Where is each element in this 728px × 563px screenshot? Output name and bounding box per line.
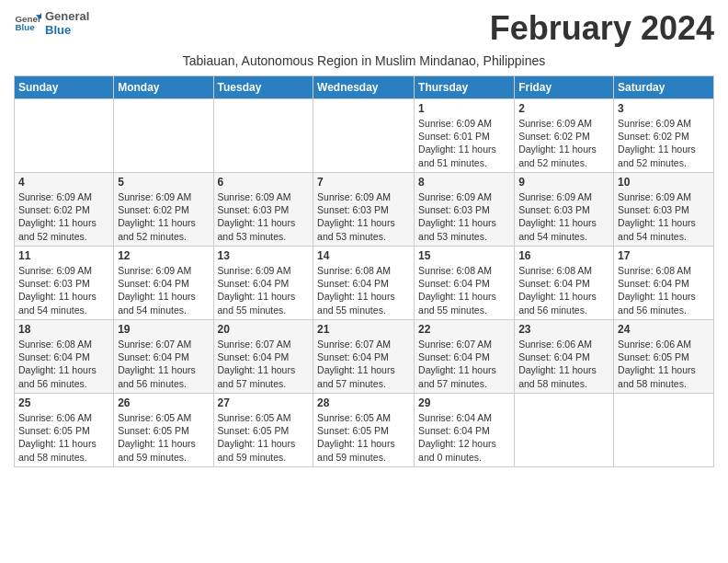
day-info: Sunrise: 6:07 AM Sunset: 6:04 PM Dayligh…: [418, 338, 510, 390]
day-number: 1: [418, 102, 510, 115]
day-info: Sunrise: 6:06 AM Sunset: 6:04 PM Dayligh…: [518, 338, 609, 390]
calendar-cell: 26Sunrise: 6:05 AM Sunset: 6:05 PM Dayli…: [114, 394, 213, 467]
logo: General Blue General Blue: [14, 9, 89, 37]
calendar-cell: 10Sunrise: 6:09 AM Sunset: 6:03 PM Dayli…: [614, 173, 714, 247]
subtitle: Tabiauan, Autonomous Region in Muslim Mi…: [14, 53, 714, 68]
day-info: Sunrise: 6:08 AM Sunset: 6:04 PM Dayligh…: [317, 264, 410, 316]
calendar-cell: 8Sunrise: 6:09 AM Sunset: 6:03 PM Daylig…: [415, 173, 515, 247]
day-number: 2: [518, 102, 609, 115]
day-number: 15: [418, 249, 510, 262]
calendar-cell: 2Sunrise: 6:09 AM Sunset: 6:02 PM Daylig…: [515, 99, 614, 173]
day-info: Sunrise: 6:06 AM Sunset: 6:05 PM Dayligh…: [18, 411, 109, 464]
day-number: 7: [317, 176, 410, 189]
title-section: February 2024: [490, 9, 714, 48]
calendar-cell: 18Sunrise: 6:08 AM Sunset: 6:04 PM Dayli…: [15, 320, 114, 394]
day-info: Sunrise: 6:09 AM Sunset: 6:04 PM Dayligh…: [218, 264, 310, 316]
day-info: Sunrise: 6:09 AM Sunset: 6:03 PM Dayligh…: [518, 190, 609, 243]
calendar-cell: 23Sunrise: 6:06 AM Sunset: 6:04 PM Dayli…: [515, 320, 614, 394]
day-info: Sunrise: 6:08 AM Sunset: 6:04 PM Dayligh…: [418, 264, 510, 316]
day-info: Sunrise: 6:09 AM Sunset: 6:03 PM Dayligh…: [317, 190, 410, 243]
day-number: 3: [618, 102, 710, 115]
day-info: Sunrise: 6:09 AM Sunset: 6:03 PM Dayligh…: [218, 190, 310, 243]
day-number: 4: [18, 176, 109, 189]
day-number: 19: [118, 323, 209, 336]
calendar-cell: [614, 394, 714, 467]
calendar-cell: [114, 99, 213, 173]
calendar-table: SundayMondayTuesdayWednesdayThursdayFrid…: [14, 75, 714, 467]
calendar-cell: 15Sunrise: 6:08 AM Sunset: 6:04 PM Dayli…: [415, 247, 515, 320]
day-info: Sunrise: 6:09 AM Sunset: 6:03 PM Dayligh…: [18, 264, 109, 316]
day-info: Sunrise: 6:07 AM Sunset: 6:04 PM Dayligh…: [317, 338, 410, 390]
day-info: Sunrise: 6:09 AM Sunset: 6:02 PM Dayligh…: [18, 190, 109, 243]
calendar-cell: 21Sunrise: 6:07 AM Sunset: 6:04 PM Dayli…: [313, 320, 415, 394]
day-info: Sunrise: 6:08 AM Sunset: 6:04 PM Dayligh…: [618, 264, 710, 316]
day-info: Sunrise: 6:08 AM Sunset: 6:04 PM Dayligh…: [518, 264, 609, 316]
calendar-cell: 17Sunrise: 6:08 AM Sunset: 6:04 PM Dayli…: [614, 247, 714, 320]
day-header-tuesday: Tuesday: [213, 76, 313, 99]
day-number: 5: [118, 176, 209, 189]
calendar-cell: 11Sunrise: 6:09 AM Sunset: 6:03 PM Dayli…: [15, 247, 114, 320]
calendar-cell: 7Sunrise: 6:09 AM Sunset: 6:03 PM Daylig…: [313, 173, 415, 247]
day-header-wednesday: Wednesday: [313, 76, 415, 99]
day-number: 24: [618, 323, 710, 336]
logo-line1: General: [45, 9, 89, 23]
day-number: 13: [218, 249, 310, 262]
day-number: 29: [418, 396, 510, 409]
day-number: 6: [218, 176, 310, 189]
day-number: 20: [218, 323, 310, 336]
calendar-cell: 28Sunrise: 6:05 AM Sunset: 6:05 PM Dayli…: [313, 394, 415, 467]
day-header-saturday: Saturday: [614, 76, 714, 99]
day-number: 16: [518, 249, 609, 262]
day-number: 17: [618, 249, 710, 262]
day-info: Sunrise: 6:05 AM Sunset: 6:05 PM Dayligh…: [218, 411, 310, 464]
calendar-cell: 27Sunrise: 6:05 AM Sunset: 6:05 PM Dayli…: [213, 394, 313, 467]
day-info: Sunrise: 6:09 AM Sunset: 6:02 PM Dayligh…: [518, 117, 609, 169]
calendar-cell: 1Sunrise: 6:09 AM Sunset: 6:01 PM Daylig…: [415, 99, 515, 173]
calendar-cell: 4Sunrise: 6:09 AM Sunset: 6:02 PM Daylig…: [15, 173, 114, 247]
day-info: Sunrise: 6:09 AM Sunset: 6:03 PM Dayligh…: [418, 190, 510, 243]
day-info: Sunrise: 6:08 AM Sunset: 6:04 PM Dayligh…: [18, 338, 109, 390]
calendar-cell: [515, 394, 614, 467]
day-header-thursday: Thursday: [415, 76, 515, 99]
calendar-cell: 20Sunrise: 6:07 AM Sunset: 6:04 PM Dayli…: [213, 320, 313, 394]
calendar-cell: 5Sunrise: 6:09 AM Sunset: 6:02 PM Daylig…: [114, 173, 213, 247]
calendar-cell: 13Sunrise: 6:09 AM Sunset: 6:04 PM Dayli…: [213, 247, 313, 320]
day-number: 27: [218, 396, 310, 409]
calendar-cell: 16Sunrise: 6:08 AM Sunset: 6:04 PM Dayli…: [515, 247, 614, 320]
main-title: February 2024: [490, 9, 714, 48]
day-info: Sunrise: 6:09 AM Sunset: 6:03 PM Dayligh…: [618, 190, 710, 243]
calendar-cell: 9Sunrise: 6:09 AM Sunset: 6:03 PM Daylig…: [515, 173, 614, 247]
day-number: 28: [317, 396, 410, 409]
calendar-cell: 22Sunrise: 6:07 AM Sunset: 6:04 PM Dayli…: [415, 320, 515, 394]
calendar-cell: [15, 99, 114, 173]
calendar-cell: 24Sunrise: 6:06 AM Sunset: 6:05 PM Dayli…: [614, 320, 714, 394]
calendar-cell: 12Sunrise: 6:09 AM Sunset: 6:04 PM Dayli…: [114, 247, 213, 320]
day-number: 23: [518, 323, 609, 336]
day-info: Sunrise: 6:05 AM Sunset: 6:05 PM Dayligh…: [118, 411, 209, 464]
day-info: Sunrise: 6:04 AM Sunset: 6:04 PM Dayligh…: [418, 411, 510, 464]
day-number: 12: [118, 249, 209, 262]
day-number: 21: [317, 323, 410, 336]
day-info: Sunrise: 6:09 AM Sunset: 6:01 PM Dayligh…: [418, 117, 510, 169]
day-number: 18: [18, 323, 109, 336]
calendar-cell: 3Sunrise: 6:09 AM Sunset: 6:02 PM Daylig…: [614, 99, 714, 173]
day-info: Sunrise: 6:09 AM Sunset: 6:02 PM Dayligh…: [618, 117, 710, 169]
calendar-cell: 25Sunrise: 6:06 AM Sunset: 6:05 PM Dayli…: [15, 394, 114, 467]
logo-line2: Blue: [45, 23, 89, 37]
day-info: Sunrise: 6:07 AM Sunset: 6:04 PM Dayligh…: [218, 338, 310, 390]
day-number: 9: [518, 176, 609, 189]
day-info: Sunrise: 6:05 AM Sunset: 6:05 PM Dayligh…: [317, 411, 410, 464]
day-info: Sunrise: 6:07 AM Sunset: 6:04 PM Dayligh…: [118, 338, 209, 390]
svg-text:Blue: Blue: [16, 22, 36, 32]
logo-icon: General Blue: [14, 9, 41, 37]
day-info: Sunrise: 6:09 AM Sunset: 6:04 PM Dayligh…: [118, 264, 209, 316]
calendar-cell: 29Sunrise: 6:04 AM Sunset: 6:04 PM Dayli…: [415, 394, 515, 467]
day-number: 8: [418, 176, 510, 189]
day-number: 14: [317, 249, 410, 262]
day-info: Sunrise: 6:09 AM Sunset: 6:02 PM Dayligh…: [118, 190, 209, 243]
day-header-friday: Friday: [515, 76, 614, 99]
calendar-cell: [313, 99, 415, 173]
calendar-cell: 19Sunrise: 6:07 AM Sunset: 6:04 PM Dayli…: [114, 320, 213, 394]
calendar-cell: [213, 99, 313, 173]
day-number: 26: [118, 396, 209, 409]
